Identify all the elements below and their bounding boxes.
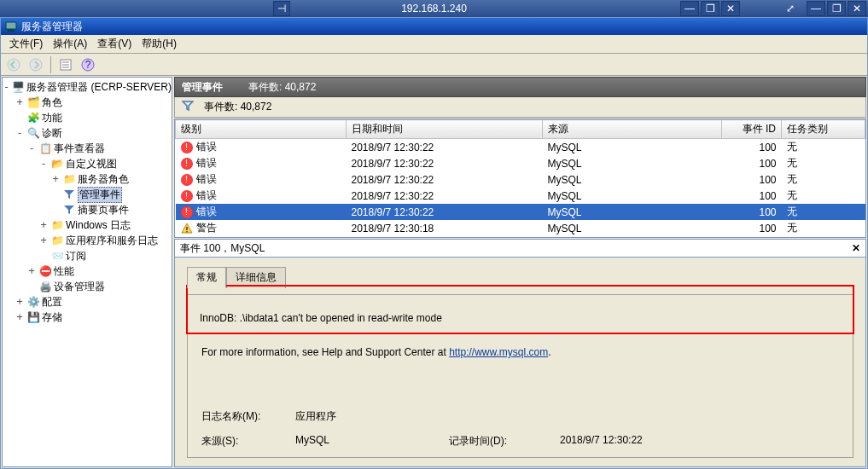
properties-button[interactable]: [56, 55, 75, 74]
folder-icon: 📂: [50, 157, 64, 171]
table-row[interactable]: !错误2018/9/7 12:30:22MySQL100无: [176, 204, 865, 220]
col-datetime[interactable]: 日期和时间: [347, 120, 543, 139]
devmgr-icon: 🖨️: [38, 280, 52, 293]
view-title: 管理事件: [182, 81, 223, 93]
detail-close-button[interactable]: ✕: [852, 242, 860, 254]
table-row[interactable]: !错误2018/9/7 12:30:22MySQL100无: [176, 171, 865, 188]
svg-rect-0: [6, 22, 16, 29]
toolbar-separator: [50, 56, 51, 73]
funnel-icon[interactable]: [182, 100, 194, 114]
server-icon: 🖥️: [12, 80, 25, 94]
tree-appsvc[interactable]: +📁应用程序和服务日志: [3, 233, 172, 248]
tree-eventviewer[interactable]: -📋事件查看器: [3, 141, 172, 156]
logged-value: 2018/9/7 12:30:22: [560, 434, 839, 449]
tree-diag[interactable]: -🔍诊断: [3, 125, 172, 141]
logname-label: 日志名称(M):: [201, 409, 295, 424]
config-icon: ⚙️: [26, 295, 40, 309]
table-row[interactable]: !错误2018/9/7 12:30:22MySQL100无: [176, 139, 865, 156]
close-button[interactable]: ✕: [721, 1, 740, 16]
filter-icon: [62, 203, 76, 217]
event-grid[interactable]: 级别 日期和时间 来源 事件 ID 任务类别 !错误2018/9/7 12:30…: [174, 119, 866, 238]
svg-rect-10: [186, 227, 187, 230]
roles-icon: 🗂️: [26, 96, 40, 109]
header-count: 40,872: [285, 81, 317, 93]
tree-windowslogs[interactable]: +📁Windows 日志: [3, 217, 172, 233]
host-window-controls: — ❐ ✕: [807, 1, 868, 16]
tree-config[interactable]: +⚙️配置: [3, 294, 172, 310]
tree-serverroles[interactable]: +📁服务器角色: [3, 171, 172, 187]
tree-storage[interactable]: +💾存储: [3, 310, 172, 325]
svg-point-2: [8, 59, 20, 71]
tab-general[interactable]: 常规: [187, 267, 226, 288]
minimize-button[interactable]: —: [680, 1, 699, 16]
svg-point-3: [30, 59, 42, 71]
col-level[interactable]: 级别: [176, 120, 347, 139]
tree-perf[interactable]: +⛔性能: [3, 263, 172, 279]
filter-icon: [62, 188, 76, 201]
host-restore-button[interactable]: ❐: [827, 1, 846, 16]
svg-rect-11: [186, 231, 187, 232]
col-source[interactable]: 来源: [543, 120, 722, 139]
folder-icon: 📁: [50, 234, 64, 247]
logged-label: 记录时间(D):: [449, 434, 560, 449]
filter-count-label: 事件数:: [204, 101, 237, 113]
view-header: 管理事件 事件数: 40,872: [174, 77, 866, 97]
svg-rect-1: [8, 30, 15, 32]
diag-icon: 🔍: [26, 126, 40, 140]
tree-features[interactable]: 🧩功能: [3, 110, 172, 125]
source-label: 来源(S):: [201, 434, 295, 449]
tree-roles[interactable]: +🗂️角色: [3, 95, 172, 110]
filter-bar: 事件数: 40,872: [174, 97, 866, 118]
logname-value: 应用程序: [295, 409, 449, 424]
help-link[interactable]: http://www.mysql.com: [449, 346, 548, 358]
tree-devmgr[interactable]: 🖨️设备管理器: [3, 279, 172, 294]
perf-icon: ⛔: [38, 264, 52, 278]
remote-window-controls: — ❐ ✕: [680, 1, 740, 16]
header-count-label: 事件数:: [248, 81, 282, 93]
features-icon: 🧩: [26, 111, 40, 124]
detail-header: 事件 100，MySQL ✕: [174, 239, 866, 258]
menu-help[interactable]: 帮助(H): [137, 35, 182, 53]
filter-count: 40,872: [241, 101, 272, 113]
col-id[interactable]: 事件 ID: [722, 120, 782, 139]
storage-icon: 💾: [26, 310, 40, 324]
server-manager-icon: [4, 20, 18, 33]
pin-button[interactable]: ⊣: [273, 1, 290, 16]
toolbar: ?: [1, 54, 867, 76]
subs-icon: 📨: [50, 249, 64, 263]
table-row[interactable]: !错误2018/9/7 12:30:22MySQL100无: [176, 188, 865, 204]
folder-icon: 📁: [62, 172, 76, 186]
mmc-window: 服务器管理器 文件(F) 操作(A) 查看(V) 帮助(H) ? -🖥️服务器管…: [0, 17, 868, 469]
remote-address: 192.168.1.240: [401, 3, 467, 14]
detail-title: 事件 100，MySQL: [180, 241, 265, 256]
expand-icon[interactable]: ⤢: [781, 1, 800, 16]
highlight-box: InnoDB: .\ibdata1 can't be opened in rea…: [186, 285, 854, 334]
tree-root[interactable]: -🖥️服务器管理器 (ECRP-SERVER): [3, 79, 172, 95]
nav-tree[interactable]: -🖥️服务器管理器 (ECRP-SERVER) +🗂️角色 🧩功能 -🔍诊断 -…: [2, 77, 172, 467]
more-info: For more information, see Help and Suppo…: [201, 346, 839, 358]
col-task[interactable]: 任务类别: [782, 120, 865, 139]
source-value: MySQL: [295, 434, 449, 449]
table-row[interactable]: 警告2018/9/7 12:30:18MySQL100无: [176, 220, 865, 236]
eventviewer-icon: 📋: [38, 142, 52, 155]
tree-summaryevents[interactable]: 摘要页事件: [3, 202, 172, 217]
host-close-button[interactable]: ✕: [848, 1, 866, 16]
restore-button[interactable]: ❐: [701, 1, 719, 16]
table-row[interactable]: 警告2018/9/7 12:30:18MySQL100无: [176, 236, 865, 238]
center-controls: ⤢: [781, 1, 800, 16]
forward-button: [26, 55, 45, 74]
tree-customviews[interactable]: -📂自定义视图: [3, 156, 172, 171]
back-button: [4, 55, 23, 74]
menu-view[interactable]: 查看(V): [92, 35, 137, 53]
menu-file[interactable]: 文件(F): [4, 35, 48, 53]
mmc-title: 服务器管理器: [21, 20, 83, 34]
tree-subs[interactable]: 📨订阅: [3, 248, 172, 263]
host-minimize-button[interactable]: —: [807, 1, 825, 16]
remote-title-bar: ⊣ 192.168.1.240 — ❐ ✕ ⤢ — ❐ ✕: [0, 0, 868, 17]
tree-adminevents[interactable]: 管理事件: [3, 187, 172, 202]
detail-pane: 常规 详细信息 InnoDB: .\ibdata1 can't be opene…: [174, 258, 866, 467]
menu-action[interactable]: 操作(A): [48, 35, 92, 53]
help-button[interactable]: ?: [79, 55, 97, 74]
folder-icon: 📁: [50, 218, 64, 232]
table-row[interactable]: !错误2018/9/7 12:30:22MySQL100无: [176, 155, 865, 171]
